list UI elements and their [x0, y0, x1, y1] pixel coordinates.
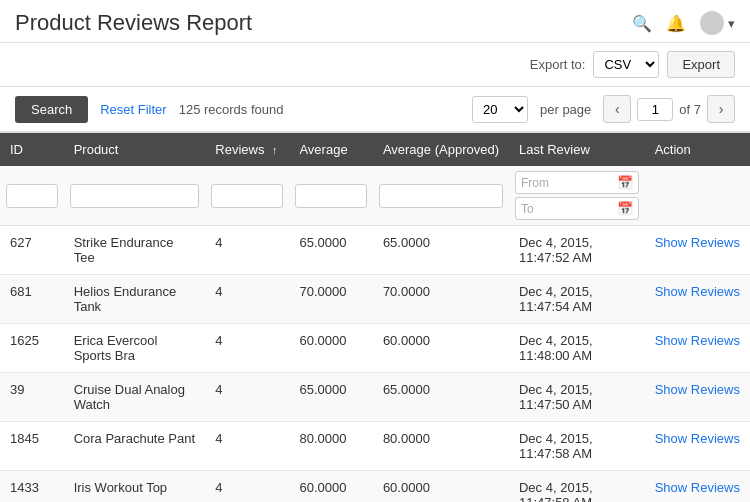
- cell-id: 1433: [0, 471, 64, 503]
- filter-reviews-input[interactable]: [211, 184, 283, 208]
- sort-arrow-reviews: ↑: [272, 144, 278, 156]
- cell-reviews: 4: [205, 471, 289, 503]
- records-found: 125 records found: [179, 102, 284, 117]
- show-reviews-link[interactable]: Show Reviews: [655, 235, 740, 250]
- calendar-to-icon: 📅: [617, 201, 633, 216]
- prev-page-button[interactable]: ‹: [603, 95, 631, 123]
- cell-last-review: Dec 4, 2015, 11:48:00 AM: [509, 324, 645, 373]
- bell-icon[interactable]: 🔔: [666, 14, 686, 33]
- cell-id: 627: [0, 226, 64, 275]
- cell-average: 80.0000: [289, 422, 372, 471]
- header-icons: 🔍 🔔 ▾: [632, 11, 735, 35]
- cell-action: Show Reviews: [645, 422, 750, 471]
- cell-reviews: 4: [205, 373, 289, 422]
- cell-avg-approved: 70.0000: [373, 275, 509, 324]
- cell-action: Show Reviews: [645, 226, 750, 275]
- user-menu[interactable]: ▾: [700, 11, 735, 35]
- cell-avg-approved: 80.0000: [373, 422, 509, 471]
- cell-average: 65.0000: [289, 226, 372, 275]
- col-header-reviews[interactable]: Reviews ↑: [205, 133, 289, 166]
- show-reviews-link[interactable]: Show Reviews: [655, 382, 740, 397]
- cell-average: 70.0000: [289, 275, 372, 324]
- search-icon[interactable]: 🔍: [632, 14, 652, 33]
- col-header-action: Action: [645, 133, 750, 166]
- filter-product-input[interactable]: [70, 184, 200, 208]
- filter-date-to[interactable]: To 📅: [515, 197, 639, 220]
- export-to-label: Export to:: [530, 57, 586, 72]
- cell-product: Cruise Dual Analog Watch: [64, 373, 206, 422]
- cell-reviews: 4: [205, 226, 289, 275]
- page-total: of 7: [679, 102, 701, 117]
- cell-average: 65.0000: [289, 373, 372, 422]
- cell-last-review: Dec 4, 2015, 11:47:58 AM: [509, 471, 645, 503]
- export-button[interactable]: Export: [667, 51, 735, 78]
- reviews-table: ID Product Reviews ↑ Average Average (Ap…: [0, 133, 750, 502]
- search-button[interactable]: Search: [15, 96, 88, 123]
- show-reviews-link[interactable]: Show Reviews: [655, 284, 740, 299]
- col-header-last-review: Last Review: [509, 133, 645, 166]
- filter-date-from[interactable]: From 📅: [515, 171, 639, 194]
- avatar: [700, 11, 724, 35]
- col-header-id: ID: [0, 133, 64, 166]
- cell-action: Show Reviews: [645, 373, 750, 422]
- table-row: 1845Cora Parachute Pant480.000080.0000De…: [0, 422, 750, 471]
- table-row: 627Strike Endurance Tee465.000065.0000De…: [0, 226, 750, 275]
- show-reviews-link[interactable]: Show Reviews: [655, 480, 740, 495]
- cell-action: Show Reviews: [645, 471, 750, 503]
- cell-product: Helios Endurance Tank: [64, 275, 206, 324]
- filter-avg-approved-input[interactable]: [379, 184, 503, 208]
- page-title: Product Reviews Report: [15, 10, 252, 36]
- export-format-select[interactable]: CSV XML Excel: [593, 51, 659, 78]
- calendar-from-icon: 📅: [617, 175, 633, 190]
- cell-reviews: 4: [205, 275, 289, 324]
- cell-product: Strike Endurance Tee: [64, 226, 206, 275]
- table-row: 39Cruise Dual Analog Watch465.000065.000…: [0, 373, 750, 422]
- table-body: 627Strike Endurance Tee465.000065.0000De…: [0, 226, 750, 503]
- cell-id: 1625: [0, 324, 64, 373]
- cell-avg-approved: 65.0000: [373, 373, 509, 422]
- show-reviews-link[interactable]: Show Reviews: [655, 431, 740, 446]
- col-header-product: Product: [64, 133, 206, 166]
- cell-product: Erica Evercool Sports Bra: [64, 324, 206, 373]
- cell-id: 1845: [0, 422, 64, 471]
- cell-reviews: 4: [205, 324, 289, 373]
- table-header-row: ID Product Reviews ↑ Average Average (Ap…: [0, 133, 750, 166]
- col-header-average: Average: [289, 133, 372, 166]
- filter-id-input[interactable]: [6, 184, 58, 208]
- cell-avg-approved: 65.0000: [373, 226, 509, 275]
- current-page-input[interactable]: [637, 98, 673, 121]
- export-toolbar: Export to: CSV XML Excel Export: [0, 43, 750, 87]
- per-page-select[interactable]: 20 50 100: [472, 96, 528, 123]
- reset-filter-button[interactable]: Reset Filter: [100, 102, 166, 117]
- cell-action: Show Reviews: [645, 324, 750, 373]
- cell-last-review: Dec 4, 2015, 11:47:52 AM: [509, 226, 645, 275]
- cell-last-review: Dec 4, 2015, 11:47:54 AM: [509, 275, 645, 324]
- filter-average-input[interactable]: [295, 184, 366, 208]
- cell-last-review: Dec 4, 2015, 11:47:50 AM: [509, 373, 645, 422]
- filter-date-container: From 📅 To 📅: [515, 171, 639, 220]
- show-reviews-link[interactable]: Show Reviews: [655, 333, 740, 348]
- per-page-label: per page: [540, 102, 591, 117]
- cell-product: Cora Parachute Pant: [64, 422, 206, 471]
- cell-action: Show Reviews: [645, 275, 750, 324]
- cell-product: Iris Workout Top: [64, 471, 206, 503]
- table-row: 1625Erica Evercool Sports Bra460.000060.…: [0, 324, 750, 373]
- table-row: 681Helios Endurance Tank470.000070.0000D…: [0, 275, 750, 324]
- page-header: Product Reviews Report 🔍 🔔 ▾: [0, 0, 750, 43]
- cell-average: 60.0000: [289, 324, 372, 373]
- table-row: 1433Iris Workout Top460.000060.0000Dec 4…: [0, 471, 750, 503]
- cell-avg-approved: 60.0000: [373, 324, 509, 373]
- cell-avg-approved: 60.0000: [373, 471, 509, 503]
- user-dropdown-arrow: ▾: [728, 16, 735, 31]
- filter-row: From 📅 To 📅: [0, 166, 750, 226]
- cell-reviews: 4: [205, 422, 289, 471]
- cell-id: 681: [0, 275, 64, 324]
- pagination: ‹ of 7 ›: [603, 95, 735, 123]
- cell-average: 60.0000: [289, 471, 372, 503]
- col-header-avg-approved: Average (Approved): [373, 133, 509, 166]
- cell-last-review: Dec 4, 2015, 11:47:58 AM: [509, 422, 645, 471]
- cell-id: 39: [0, 373, 64, 422]
- next-page-button[interactable]: ›: [707, 95, 735, 123]
- search-bar: Search Reset Filter 125 records found 20…: [0, 87, 750, 133]
